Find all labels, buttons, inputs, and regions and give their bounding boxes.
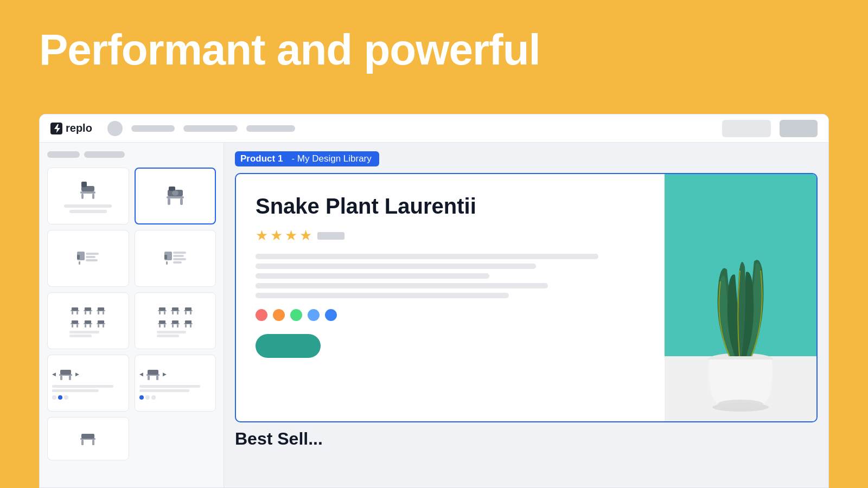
card-content-3	[54, 235, 122, 282]
svg-rect-31	[85, 311, 86, 314]
svg-rect-79	[148, 376, 150, 380]
product-label: Product 1 - My Design Library	[235, 151, 379, 166]
replo-logo-icon	[50, 123, 62, 134]
bottom-section-hint: Best Sell...	[235, 429, 818, 449]
mini-chair-5	[82, 318, 93, 329]
title-bar-button-1[interactable]	[722, 120, 771, 137]
color-dot-blue[interactable]	[325, 309, 337, 321]
sidebar-card-5[interactable]	[47, 292, 129, 349]
sidebar-card-4[interactable]	[135, 230, 216, 287]
svg-rect-47	[98, 324, 99, 328]
mini-chair-2	[82, 305, 93, 316]
svg-rect-83	[81, 440, 84, 445]
cta-button[interactable]	[256, 334, 321, 358]
description-lines	[256, 254, 645, 298]
chair-icon-9	[79, 429, 97, 448]
svg-rect-26	[72, 307, 78, 311]
svg-rect-56	[177, 311, 178, 314]
svg-rect-13	[77, 255, 80, 259]
sidebar: ◀ ▶	[40, 143, 224, 487]
product-label-bold: Product 1	[235, 151, 288, 166]
svg-rect-82	[81, 434, 94, 439]
product-label-normal: - My Design Library	[288, 151, 379, 166]
title-bar-button-2[interactable]	[780, 120, 818, 137]
svg-rect-16	[86, 256, 95, 258]
nav-pill-1[interactable]	[131, 125, 175, 132]
svg-rect-70	[185, 320, 192, 324]
mini-chair-6	[95, 318, 106, 329]
sidebar-card-9[interactable]	[47, 417, 129, 460]
svg-rect-74	[60, 370, 71, 375]
card-content-8: ◀ ▶	[135, 362, 216, 404]
product-card: Snake Plant Laurentii ★ ★ ★ ★	[235, 173, 818, 422]
sidebar-pill-1[interactable]	[47, 151, 80, 158]
star-4: ★	[299, 227, 312, 244]
title-bar: replo	[40, 114, 828, 143]
chair-icon-2	[163, 184, 187, 208]
svg-rect-10	[180, 198, 183, 205]
sidebar-card-8[interactable]: ◀ ▶	[135, 355, 216, 412]
snake-plant-illustration	[665, 174, 816, 421]
sidebar-card-6[interactable]	[135, 292, 216, 349]
svg-rect-1	[80, 191, 95, 194]
color-dot-lightblue[interactable]	[308, 309, 320, 321]
svg-rect-67	[172, 324, 174, 328]
svg-rect-58	[185, 307, 192, 311]
svg-rect-50	[159, 307, 165, 311]
hero-title: Performant and powerful	[39, 26, 540, 74]
color-dot-green[interactable]	[290, 309, 302, 321]
pagination-chair-1	[58, 367, 73, 382]
chair-list-icon-2	[163, 251, 187, 266]
svg-rect-44	[90, 324, 91, 328]
card-5-lines	[69, 331, 106, 337]
color-dot-red[interactable]	[256, 309, 267, 321]
logo-area: replo	[50, 122, 92, 134]
nav-pill-2[interactable]	[183, 125, 238, 132]
svg-rect-8	[169, 187, 175, 191]
svg-rect-5	[92, 194, 94, 199]
svg-rect-40	[76, 324, 78, 328]
svg-rect-14	[79, 261, 80, 265]
svg-rect-55	[172, 311, 174, 314]
svg-rect-17	[86, 259, 98, 261]
svg-rect-6	[167, 196, 184, 198]
desc-line-4	[256, 283, 548, 288]
color-dot-orange[interactable]	[273, 309, 285, 321]
svg-rect-36	[103, 311, 104, 314]
desc-line-1	[256, 254, 598, 259]
stars-row: ★ ★ ★ ★	[256, 227, 645, 244]
svg-rect-23	[173, 258, 186, 260]
svg-rect-84	[92, 440, 94, 445]
svg-rect-68	[177, 324, 178, 328]
card-6-lines	[157, 331, 194, 337]
right-panel: Product 1 - My Design Library Snake Plan…	[224, 143, 828, 487]
svg-rect-39	[72, 324, 73, 328]
svg-rect-63	[159, 324, 161, 328]
svg-rect-66	[172, 320, 178, 324]
sidebar-card-1[interactable]	[47, 168, 129, 224]
sidebar-card-3[interactable]	[47, 230, 129, 287]
mini-chair-4	[69, 318, 80, 329]
mini-chair-10	[157, 318, 168, 329]
sidebar-card-7[interactable]: ◀ ▶	[47, 355, 129, 412]
svg-rect-9	[168, 198, 170, 205]
mini-chair-12	[183, 318, 194, 329]
card-content-7: ◀ ▶	[48, 362, 129, 404]
svg-rect-80	[156, 376, 158, 380]
svg-rect-48	[103, 324, 104, 328]
sidebar-pill-2[interactable]	[84, 151, 125, 158]
star-gray	[317, 232, 344, 240]
sidebar-top-pills	[47, 151, 216, 158]
sidebar-card-2[interactable]	[135, 168, 216, 224]
nav-circle[interactable]	[107, 121, 123, 136]
svg-rect-62	[159, 320, 165, 324]
svg-rect-78	[148, 370, 158, 375]
card-line	[69, 210, 107, 213]
nav-pill-3[interactable]	[246, 125, 295, 132]
card-content-1	[54, 172, 122, 220]
svg-rect-54	[172, 307, 178, 311]
desc-line-5	[256, 293, 509, 298]
svg-rect-38	[72, 320, 78, 324]
app-window: replo	[39, 114, 829, 488]
svg-rect-35	[98, 311, 99, 314]
